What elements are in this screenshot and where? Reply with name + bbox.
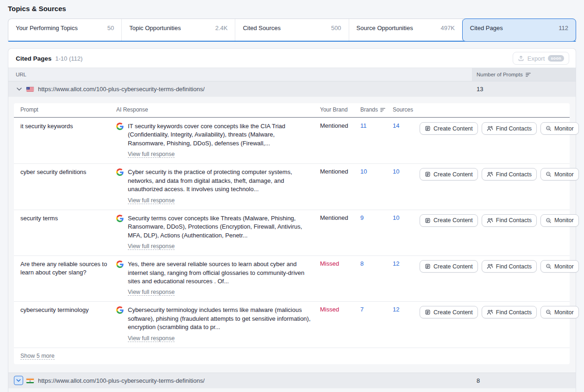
view-full-response-link[interactable]: View full response	[128, 289, 175, 296]
cited-page-us-details: Prompt AI Response Your Brand Brands Sou…	[8, 97, 576, 373]
panel-title: Cited Pages	[16, 55, 51, 62]
monitor-button[interactable]: Monitor	[540, 306, 579, 318]
create-content-button[interactable]: Create Content	[420, 306, 478, 318]
tab-source-opportunities[interactable]: Source Opportunities 497K	[349, 19, 463, 41]
view-full-response-link[interactable]: View full response	[128, 197, 175, 204]
view-full-response-link[interactable]: View full response	[128, 151, 175, 158]
brands-count-link[interactable]: 8	[360, 260, 364, 267]
your-brand-status: Mentioned	[320, 122, 348, 129]
your-brand-column-header: Your Brand	[320, 106, 360, 113]
monitor-label: Monitor	[554, 125, 574, 132]
find-contacts-button[interactable]: Find Contacts	[482, 306, 537, 318]
tab-cited-sources[interactable]: Cited Sources 500	[235, 19, 349, 41]
create-content-button[interactable]: Create Content	[420, 122, 478, 135]
prompt-text: cybersecurity terminology	[20, 306, 88, 313]
tab-label: Topic Opportunities	[129, 25, 181, 31]
find-contacts-button[interactable]: Find Contacts	[482, 260, 537, 273]
prompt-row: Are there any reliable sources to learn …	[14, 255, 570, 301]
export-button[interactable]: Export soon	[513, 52, 569, 65]
ai-response-text: IT security keywords cover core concepts…	[128, 122, 313, 148]
sort-descending-icon	[380, 108, 385, 112]
ai-response-text: Cyber security is the practice of protec…	[128, 168, 313, 193]
people-icon	[487, 263, 493, 269]
brands-column-header[interactable]: Brands	[360, 106, 393, 113]
create-content-button[interactable]: Create Content	[420, 214, 478, 227]
find-contacts-button[interactable]: Find Contacts	[482, 122, 537, 135]
people-icon	[487, 171, 493, 177]
tab-bar: Your Performing Topics 50 Topic Opportun…	[8, 19, 576, 42]
people-icon	[487, 309, 493, 315]
cited-pages-panel: Cited Pages 1-10 (112) Export soon URL N…	[8, 48, 576, 392]
cited-page-row-us[interactable]: https://www.allot.com/100-plus-cybersecu…	[8, 81, 576, 97]
sources-count-link[interactable]: 12	[393, 306, 399, 313]
cited-page-prompt-count: 8	[472, 377, 576, 384]
brands-count-link[interactable]: 7	[360, 306, 364, 313]
your-brand-status: Missed	[320, 306, 339, 313]
monitor-label: Monitor	[554, 263, 574, 270]
brands-count-link[interactable]: 9	[360, 214, 364, 221]
find-contacts-label: Find Contacts	[496, 309, 532, 316]
document-icon	[425, 263, 431, 269]
tab-count: 497K	[440, 25, 454, 31]
chevron-down-icon[interactable]	[16, 87, 22, 91]
sources-count-link[interactable]: 10	[393, 214, 399, 221]
create-content-label: Create Content	[433, 125, 473, 132]
find-contacts-button[interactable]: Find Contacts	[482, 168, 537, 180]
prompt-text: security terms	[20, 215, 58, 222]
monitor-button[interactable]: Monitor	[540, 214, 579, 227]
chevron-down-icon[interactable]	[14, 376, 23, 385]
create-content-button[interactable]: Create Content	[420, 260, 478, 273]
tab-label: Cited Pages	[470, 25, 503, 31]
document-icon	[425, 171, 431, 177]
monitor-button[interactable]: Monitor	[540, 260, 579, 273]
prompt-column-header: Prompt	[14, 106, 116, 113]
sources-count-link[interactable]: 14	[393, 122, 399, 129]
prompt-row: it security keywords IT security keyword…	[14, 118, 570, 163]
google-icon	[116, 168, 124, 176]
show-more-link[interactable]: Show 5 more	[20, 353, 55, 360]
ai-response-text: Yes, there are several reliable sources …	[128, 260, 313, 286]
find-contacts-button[interactable]: Find Contacts	[482, 214, 537, 227]
tab-count: 500	[331, 25, 341, 31]
cited-page-url[interactable]: https://www.allot.com/100-plus-cybersecu…	[38, 377, 205, 384]
cited-page-row-india[interactable]: https://www.allot.com/100-plus-cybersecu…	[8, 373, 576, 388]
find-contacts-label: Find Contacts	[496, 217, 532, 224]
page: { "page": { "title": "Topics & Sources" …	[0, 0, 584, 392]
sort-descending-icon	[526, 73, 531, 77]
view-full-response-link[interactable]: View full response	[128, 335, 175, 342]
find-contacts-label: Find Contacts	[496, 125, 532, 132]
tab-topic-opportunities[interactable]: Topic Opportunities 2.4K	[122, 19, 235, 41]
create-content-button[interactable]: Create Content	[420, 168, 478, 180]
number-of-prompts-column-header[interactable]: Number of Prompts	[472, 68, 576, 81]
find-contacts-label: Find Contacts	[496, 171, 532, 178]
prompts-table: Prompt AI Response Your Brand Brands Sou…	[14, 103, 570, 364]
prompt-row: cyber security definitions Cyber securit…	[14, 163, 570, 209]
sources-count-link[interactable]: 12	[393, 260, 399, 267]
tab-your-performing-topics[interactable]: Your Performing Topics 50	[8, 19, 122, 41]
monitor-lens-icon	[546, 218, 552, 224]
monitor-lens-icon	[546, 171, 552, 177]
export-label: Export	[527, 55, 545, 62]
create-content-label: Create Content	[433, 263, 473, 270]
tab-cited-pages[interactable]: Cited Pages 112	[462, 19, 576, 42]
india-flag	[26, 378, 34, 383]
people-icon	[487, 125, 493, 131]
number-of-prompts-label: Number of Prompts	[477, 72, 523, 77]
create-content-label: Create Content	[433, 217, 473, 224]
sources-count-link[interactable]: 10	[393, 168, 399, 175]
ai-response-text: Security terms cover concepts like Threa…	[128, 214, 313, 240]
monitor-button[interactable]: Monitor	[540, 122, 579, 135]
people-icon	[487, 218, 493, 224]
google-icon	[116, 215, 124, 222]
monitor-button[interactable]: Monitor	[540, 168, 579, 180]
cited-page-url[interactable]: https://www.allot.com/100-plus-cybersecu…	[38, 86, 205, 93]
prompt-text: it security keywords	[20, 123, 73, 130]
prompt-text: cyber security definitions	[20, 168, 86, 175]
cited-page-prompt-count: 13	[472, 86, 576, 93]
brands-count-link[interactable]: 10	[360, 168, 367, 175]
brands-count-link[interactable]: 11	[360, 122, 367, 129]
sources-column-header: Sources	[393, 106, 420, 113]
panel-header: Cited Pages 1-10 (112) Export soon	[8, 49, 576, 68]
view-full-response-link[interactable]: View full response	[128, 243, 175, 250]
ai-response-column-header: AI Response	[116, 106, 320, 113]
